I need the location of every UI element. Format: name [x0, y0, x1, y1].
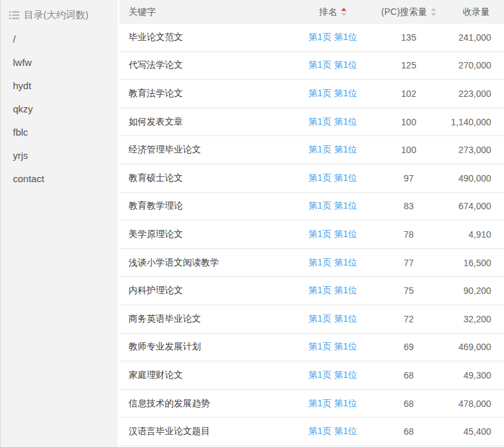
rank-link[interactable]: 第1页 第1位: [308, 59, 357, 71]
table-row: 经济管理毕业论文 第1页 第1位 100 273,000: [120, 136, 504, 165]
rank-link[interactable]: 第1页 第1位: [308, 341, 357, 353]
table-row: 家庭理财论文 第1页 第1位 68 49,300: [120, 362, 504, 390]
sidebar-item[interactable]: fblc: [1, 121, 118, 144]
column-header-keyword: 关键字: [120, 6, 294, 18]
rank-link[interactable]: 第1页 第1位: [308, 88, 357, 99]
app-root: 目录(大约词数) /lwfwhydtqkzyfblcyrjscontact 关键…: [0, 0, 504, 447]
table-row: 代写法学论文 第1页 第1位 125 270,000: [120, 52, 504, 81]
indexed-volume-cell: 49,300: [446, 370, 504, 380]
rank-link[interactable]: 第1页 第1位: [308, 144, 357, 156]
rank-link[interactable]: 第1页 第1位: [308, 229, 357, 240]
column-header-search-volume[interactable]: (PC)搜索量: [372, 6, 446, 18]
sidebar-title-text: 目录(大约词数): [24, 9, 89, 21]
search-volume-cell: 97: [372, 173, 446, 183]
sort-asc-icon[interactable]: [341, 8, 346, 11]
sort-desc-icon[interactable]: [341, 13, 346, 16]
column-header-search-volume-label: (PC)搜索量: [381, 6, 427, 18]
table-row: 信息技术的发展趋势 第1页 第1位 68 478,000: [120, 390, 504, 419]
sidebar-item[interactable]: hydt: [1, 74, 118, 98]
table-row: 教育法学论文 第1页 第1位 102 223,000: [120, 80, 504, 109]
table-row: 教师专业发展计划 第1页 第1位 69 469,000: [120, 334, 504, 362]
table-body: 毕业论文范文 第1页 第1位 135 241,000 代写法学论文 第1页 第1…: [120, 24, 504, 446]
indexed-volume-cell: 223,000: [446, 88, 504, 99]
indexed-volume-cell: 490,000: [446, 173, 504, 183]
keyword-cell: 代写法学论文: [120, 59, 294, 71]
rank-link[interactable]: 第1页 第1位: [308, 116, 357, 128]
search-volume-cell: 75: [372, 286, 446, 296]
keyword-cell: 汉语言毕业论文题目: [120, 426, 294, 437]
rank-link[interactable]: 第1页 第1位: [308, 200, 357, 212]
sort-asc-icon[interactable]: [431, 8, 436, 11]
search-volume-cell: 68: [372, 399, 446, 409]
search-volume-cell: 125: [372, 60, 446, 70]
rank-link[interactable]: 第1页 第1位: [308, 313, 357, 325]
keyword-cell: 教育硕士论文: [120, 172, 294, 184]
table-row: 浅谈小学语文阅读教学 第1页 第1位 77 16,500: [120, 249, 504, 278]
indexed-volume-cell: 270,000: [446, 60, 504, 70]
search-volume-cell: 100: [372, 117, 446, 127]
sidebar-directory-list: /lwfwhydtqkzyfblcyrjscontact: [1, 28, 118, 191]
table-row: 教育教学理论 第1页 第1位 83 674,000: [120, 193, 504, 222]
keyword-cell: 教育法学论文: [120, 88, 294, 99]
rank-link[interactable]: 第1页 第1位: [308, 32, 357, 43]
keyword-cell: 家庭理财论文: [120, 369, 294, 381]
rank-link[interactable]: 第1页 第1位: [308, 426, 357, 437]
table-row: 毕业论文范文 第1页 第1位 135 241,000: [120, 24, 504, 52]
search-volume-cell: 72: [372, 314, 446, 324]
column-header-rank[interactable]: 排名: [294, 6, 372, 18]
sidebar-title: 目录(大约词数): [1, 0, 118, 21]
keyword-table: 关键字 排名 (PC)搜索量 收录量 毕业论文范文 第1页 第1位 135 24…: [120, 0, 504, 447]
keyword-cell: 如何发表文章: [120, 116, 294, 128]
table-row: 如何发表文章 第1页 第1位 100 1,140,000: [120, 109, 504, 137]
indexed-volume-cell: 1,140,000: [446, 117, 504, 127]
sidebar: 目录(大约词数) /lwfwhydtqkzyfblcyrjscontact: [0, 0, 118, 447]
indexed-volume-cell: 478,000: [446, 399, 504, 409]
rank-link[interactable]: 第1页 第1位: [308, 172, 357, 184]
indexed-volume-cell: 4,910: [446, 229, 504, 240]
keyword-cell: 内科护理论文: [120, 285, 294, 296]
rank-link[interactable]: 第1页 第1位: [308, 369, 357, 381]
search-volume-sort-control[interactable]: [431, 8, 436, 16]
column-header-rank-label: 排名: [319, 6, 337, 18]
indexed-volume-cell: 16,500: [446, 258, 504, 268]
search-volume-cell: 100: [372, 145, 446, 155]
indexed-volume-cell: 45,400: [446, 426, 504, 437]
search-volume-cell: 69: [372, 342, 446, 352]
rank-sort-control[interactable]: [341, 8, 346, 16]
keyword-cell: 教师专业发展计划: [120, 341, 294, 353]
sort-desc-icon[interactable]: [431, 13, 436, 16]
keyword-cell: 美学原理论文: [120, 229, 294, 240]
search-volume-cell: 83: [372, 201, 446, 211]
sidebar-item[interactable]: yrjs: [1, 144, 118, 167]
indexed-volume-cell: 273,000: [446, 145, 504, 155]
indexed-volume-cell: 674,000: [446, 201, 504, 211]
keyword-cell: 商务英语毕业论文: [120, 313, 294, 325]
sidebar-item[interactable]: qkzy: [1, 98, 118, 121]
table-row: 教育硕士论文 第1页 第1位 97 490,000: [120, 165, 504, 193]
indexed-volume-cell: 90,200: [446, 286, 504, 296]
search-volume-cell: 102: [372, 88, 446, 99]
search-volume-cell: 77: [372, 258, 446, 268]
sidebar-item[interactable]: lwfw: [1, 51, 118, 74]
rank-link[interactable]: 第1页 第1位: [308, 257, 357, 269]
table-header-row: 关键字 排名 (PC)搜索量 收录量: [120, 0, 504, 24]
keyword-cell: 信息技术的发展趋势: [120, 398, 294, 410]
table-row: 美学原理论文 第1页 第1位 78 4,910: [120, 221, 504, 249]
indexed-volume-cell: 32,200: [446, 314, 504, 324]
list-icon: [9, 10, 19, 20]
keyword-cell: 毕业论文范文: [120, 32, 294, 43]
indexed-volume-cell: 469,000: [446, 342, 504, 352]
search-volume-cell: 68: [372, 426, 446, 437]
keyword-cell: 浅谈小学语文阅读教学: [120, 257, 294, 269]
sidebar-item[interactable]: /: [1, 28, 118, 51]
table-row: 汉语言毕业论文题目 第1页 第1位 68 45,400: [120, 418, 504, 446]
column-header-indexed-volume: 收录量: [446, 6, 504, 18]
rank-link[interactable]: 第1页 第1位: [308, 285, 357, 296]
sidebar-item[interactable]: contact: [1, 167, 118, 191]
search-volume-cell: 135: [372, 32, 446, 43]
keyword-cell: 教育教学理论: [120, 200, 294, 212]
rank-link[interactable]: 第1页 第1位: [308, 398, 357, 410]
keyword-cell: 经济管理毕业论文: [120, 144, 294, 156]
table-row: 商务英语毕业论文 第1页 第1位 72 32,200: [120, 306, 504, 334]
search-volume-cell: 78: [372, 229, 446, 240]
